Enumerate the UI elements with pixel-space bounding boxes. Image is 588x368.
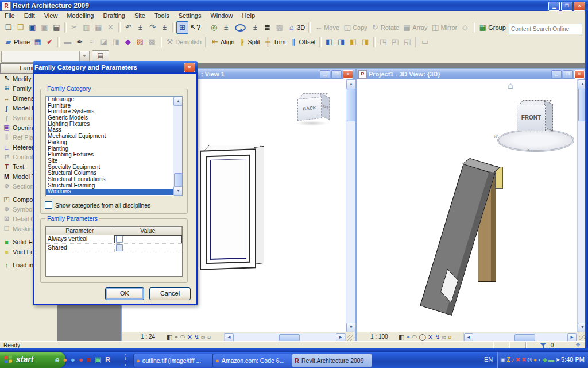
scroll-up-icon[interactable]: ▲ [346, 79, 356, 89]
window-family-3d-model[interactable] [200, 145, 269, 274]
value-checkbox[interactable] [116, 244, 123, 251]
menu-item-site[interactable]: Site [130, 12, 150, 21]
join-first-button[interactable]: ◧ [323, 36, 335, 48]
close-icon[interactable]: ✕ [184, 63, 195, 72]
unjoin-first-button[interactable]: ◧ [347, 36, 359, 48]
view-scale[interactable]: 1 : 100 [370, 334, 388, 340]
menu-item-view[interactable]: View [40, 12, 63, 21]
show-categories-checkbox[interactable] [45, 201, 52, 209]
card-icon[interactable]: ▬ [548, 356, 554, 363]
press-drag-icon[interactable]: ❖ [575, 342, 581, 348]
maximize-button[interactable]: ❐ [563, 70, 573, 79]
viewcube[interactable]: LEFT BACK [296, 93, 336, 128]
crop-region-icon[interactable]: ✕ [428, 333, 433, 342]
category-item[interactable]: Plumbing Fixtures [46, 152, 173, 158]
vertical-scrollbar[interactable]: ▲ ▼ [346, 79, 355, 332]
design-options-button[interactable]: ⊞ [176, 21, 188, 34]
minimize-button[interactable]: ▁ [320, 70, 330, 79]
view-scale[interactable]: 1 : 24 [141, 334, 155, 340]
shadows-icon[interactable]: ◓ [174, 333, 178, 342]
match-type-button[interactable]: ✒ [74, 36, 86, 48]
dialog-titlebar[interactable]: Family Category and Parameters ✕ [33, 61, 198, 74]
crop-visibility-icon[interactable]: ↯ [194, 333, 199, 342]
close-button[interactable]: ✕ [574, 70, 585, 79]
filter-icon[interactable] [540, 343, 547, 346]
quicktime-icon[interactable]: ● [79, 354, 83, 366]
shadows-icon[interactable]: ◓ [406, 333, 410, 342]
minimize-button[interactable]: ▁ [551, 70, 562, 79]
menu-item-drafting[interactable]: Drafting [98, 12, 130, 21]
taskbar-task-3[interactable]: RRevit Architecture 2009 [292, 354, 372, 367]
list-scrollbar[interactable]: ▲ ▼ [173, 97, 182, 195]
taskbar-task-2[interactable]: ●Amazon.com: Code 6... [212, 354, 293, 367]
join-second-button[interactable]: ◨ [335, 36, 347, 48]
paint-button[interactable]: ◆ [122, 36, 134, 48]
menu-item-tools[interactable]: Tools [150, 12, 174, 21]
category-item[interactable]: Windows [46, 189, 173, 195]
value-checkbox[interactable] [116, 236, 123, 243]
dynamic-view-button[interactable]: ◎ [208, 21, 220, 34]
unjoin-second-button[interactable]: ◨ [359, 36, 372, 48]
open-folder-button[interactable]: ❒ [14, 21, 26, 34]
dynamic-view-dropdown-button[interactable]: ± [220, 21, 232, 34]
thin-lines-button[interactable]: ≣ [261, 21, 273, 34]
light-icon[interactable]: ¤ [448, 333, 451, 342]
category-listbox[interactable]: EntourageFurnitureFurniture SystemsGener… [45, 96, 183, 196]
menu-item-file[interactable]: File [0, 12, 20, 21]
menu-item-edit[interactable]: Edit [20, 12, 40, 21]
device-error-2-icon[interactable]: ✖ [521, 356, 526, 363]
scrollbar-thumb[interactable] [174, 173, 183, 187]
menu-item-help[interactable]: Help [238, 12, 260, 21]
cancel-button[interactable]: Cancel [149, 288, 191, 300]
split-button[interactable]: ∦Split [236, 36, 261, 48]
reveal-hidden-icon[interactable]: ∞ [201, 333, 206, 342]
fill-pattern-button[interactable]: ▨ [134, 36, 146, 48]
new-document-button[interactable]: ❏ [2, 21, 14, 34]
3d-view-button[interactable]: ⌂3D [285, 21, 307, 34]
minimize-button[interactable]: ▁ [548, 2, 560, 11]
maximize-button[interactable]: ❐ [331, 70, 342, 79]
align-button[interactable]: ⇤Align [209, 36, 236, 48]
category-item[interactable]: Lighting Fixtures [46, 121, 173, 128]
viewcube-compass-ring[interactable] [497, 129, 574, 152]
rendering-icon[interactable]: ◠ [180, 333, 185, 342]
context-help-button[interactable]: ↖? [188, 21, 202, 34]
undo-button[interactable]: ↶ [122, 21, 134, 34]
menu-item-settings[interactable]: Settings [174, 12, 206, 21]
model-graphics-style-icon[interactable]: ◧ [167, 333, 172, 342]
maximize-button[interactable]: ❐ [561, 2, 572, 11]
redo-dropdown-button[interactable]: ± [158, 21, 171, 34]
zoom-dropdown-button[interactable]: ± [249, 21, 261, 34]
network-monitor-icon[interactable]: ▣ [500, 356, 505, 363]
shield-icon[interactable]: ◆ [543, 356, 547, 363]
parameter-value-cell[interactable] [114, 235, 183, 243]
zoom-button[interactable] [232, 21, 249, 34]
firefox-icon[interactable]: ● [63, 354, 67, 366]
menu-item-window[interactable]: Window [206, 12, 237, 21]
menu-item-modelling[interactable]: Modelling [62, 12, 98, 21]
pointer-icon[interactable]: ➤ [555, 356, 560, 363]
device-error-icon[interactable]: ✖ [516, 356, 520, 363]
parameter-name-cell[interactable]: Shared [46, 244, 115, 252]
close-button[interactable]: ✕ [574, 2, 585, 11]
parameter-name-cell[interactable]: Always vertical [46, 235, 114, 243]
viewcube-front-face[interactable]: FRONT [517, 105, 546, 131]
print-button[interactable]: ▤ [51, 21, 63, 34]
scroll-down-icon[interactable]: ▼ [346, 323, 356, 332]
language-indicator[interactable]: EN [484, 356, 493, 363]
home-icon[interactable]: ⌂ [508, 80, 513, 91]
crop-visibility-icon[interactable]: ↯ [435, 333, 440, 342]
media-player-icon[interactable]: ● [71, 354, 75, 366]
sun-icon[interactable]: ¤ [207, 333, 211, 342]
taskbar-clock[interactable]: 5:48 PM [561, 356, 585, 363]
work-plane-button[interactable]: ▰Plane [2, 36, 32, 48]
image-viewer-icon[interactable]: ▣ [95, 354, 102, 366]
group-button[interactable]: ▦Group [477, 21, 508, 34]
close-button[interactable]: ✕ [343, 70, 353, 79]
info-icon[interactable]: ● [533, 356, 537, 363]
viewcube-back-face[interactable]: BACK [297, 97, 322, 121]
model-graphics-style-icon[interactable]: ◧ [399, 333, 404, 342]
revit-icon[interactable]: R [105, 354, 110, 366]
undo-dropdown-button[interactable]: ± [134, 21, 146, 34]
project1-titlebar[interactable]: R Project1 - 3D View: {3D} ▁❐✕ [357, 69, 586, 79]
